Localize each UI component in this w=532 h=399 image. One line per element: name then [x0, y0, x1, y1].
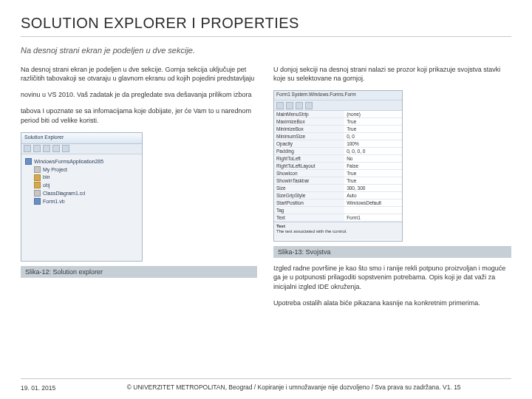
toolbar-icon: [43, 145, 50, 152]
columns: Na desnoj strani ekran je podeljen u dve…: [21, 65, 511, 315]
prop-key: MainMenuStrip: [274, 111, 344, 118]
folder-icon: [34, 182, 41, 188]
tree-item-label: bin: [43, 174, 50, 181]
right-paragraph-3: Upotreba ostalih alata biće pikazana kas…: [273, 299, 511, 307]
toolbar-icon: [52, 145, 60, 152]
tree-item-label: My Project: [43, 166, 67, 174]
properties-footer: Text The text associated with the contro…: [274, 222, 402, 239]
tree-root-label: WindowsFormsApplication285: [34, 158, 103, 166]
figure-caption-right: Slika-13: Svojstva: [273, 246, 511, 258]
folder-icon: [34, 174, 41, 181]
settings-icon: [34, 166, 41, 173]
footer-date: 19. 01. 2015: [21, 383, 55, 392]
toolbar-icon: [305, 102, 313, 109]
page-title: SOLUTION EXPLORER I PROPERTIES: [21, 15, 511, 32]
toolbar-icon: [62, 145, 69, 152]
title-rule: [21, 36, 511, 37]
tree-item: obj: [34, 182, 138, 189]
left-paragraph-1: Na desnoj strani ekran je podeljen u dve…: [21, 65, 257, 83]
figure-titlebar: Solution Explorer: [21, 133, 142, 144]
figure-caption-left: Slika-12: Solution explorer: [21, 266, 257, 278]
prop-key: ShowInTaskbar: [274, 177, 344, 185]
project-icon: [25, 158, 32, 165]
prop-val: True: [344, 126, 402, 133]
prop-val: No: [344, 155, 402, 163]
prop-footer-title: Text: [276, 224, 285, 228]
prop-key: MinimumSize: [274, 133, 344, 140]
prop-key: Opacity: [274, 140, 344, 148]
figure-solution-explorer: Solution Explorer WindowsFormsApplicatio…: [21, 132, 143, 262]
toolbar-icon: [33, 145, 41, 152]
prop-val: 300, 300: [344, 185, 402, 192]
prop-key: Text: [274, 214, 344, 222]
figure-properties: Form1 System.Windows.Forms.Form MainMenu…: [273, 90, 403, 242]
prop-key: MaximizeBox: [274, 118, 344, 126]
intro-text: Na desnoj strani ekran je podeljen u dve…: [21, 46, 511, 55]
properties-grid: MainMenuStrip(none) MaximizeBoxTrue Mini…: [274, 111, 402, 222]
tree-item: My Project: [34, 166, 138, 174]
prop-key: SizeGripStyle: [274, 192, 344, 200]
tree-item-label: obj: [43, 182, 50, 189]
prop-key: StartPosition: [274, 200, 344, 207]
prop-key: RightToLeft: [274, 155, 344, 163]
prop-val: False: [344, 163, 402, 170]
tree-item-label: ClassDiagram1.cd: [43, 190, 85, 197]
page-footer: 19. 01. 2015 © UNIVERZITET METROPOLITAN,…: [0, 374, 532, 399]
form-icon: [34, 198, 41, 205]
prop-val: True: [344, 177, 402, 185]
prop-footer-desc: The text associated with the control.: [276, 229, 347, 233]
toolbar-icon: [24, 145, 31, 152]
column-left: Na desnoj strani ekran je podeljen u dve…: [21, 65, 257, 315]
prop-key: RightToLeftLayout: [274, 163, 344, 170]
footer-row: 19. 01. 2015 © UNIVERZITET METROPOLITAN,…: [21, 383, 511, 392]
toolbar-icon: [286, 102, 293, 109]
prop-val: Form1: [344, 214, 402, 222]
prop-val: True: [344, 118, 402, 126]
prop-val: Auto: [344, 192, 402, 200]
prop-key: MinimizeBox: [274, 126, 344, 133]
prop-val: 0, 0: [344, 133, 402, 140]
left-paragraph-3: tabova I upoznate se sa infomacijama koj…: [21, 106, 257, 124]
footer-rule: [21, 378, 511, 379]
tree-item: bin: [34, 174, 138, 181]
footer-copyright: © UNIVERZITET METROPOLITAN, Beograd / Ko…: [76, 383, 511, 392]
left-paragraph-2: novinu u VS 2010. Vaš zadatak je da preg…: [21, 90, 257, 99]
prop-key: Size: [274, 185, 344, 192]
prop-key: Padding: [274, 148, 344, 155]
prop-key: ShowIcon: [274, 170, 344, 177]
toolbar-icon: [296, 102, 303, 109]
prop-key: Tag: [274, 207, 344, 214]
prop-val: WindowsDefault: [344, 200, 402, 207]
toolbar-icon: [276, 102, 284, 109]
prop-val: 100%: [344, 140, 402, 148]
tree-item: Form1.vb: [34, 198, 138, 205]
prop-val: [344, 207, 402, 214]
properties-toolbar: [274, 100, 402, 111]
right-paragraph-1: U donjoj sekciji na desnoj strani nalazi…: [273, 65, 511, 83]
figure-toolbar: [21, 144, 142, 154]
column-right: U donjoj sekciji na desnoj strani nalazi…: [273, 65, 511, 315]
file-icon: [34, 190, 41, 197]
tree-item: ClassDiagram1.cd: [34, 190, 138, 197]
tree-root: WindowsFormsApplication285: [25, 158, 138, 166]
prop-val: (none): [344, 111, 402, 118]
page: SOLUTION EXPLORER I PROPERTIES Na desnoj…: [0, 0, 532, 315]
properties-header: Form1 System.Windows.Forms.Form: [274, 91, 402, 100]
prop-val: True: [344, 170, 402, 177]
tree-item-label: Form1.vb: [43, 198, 65, 205]
prop-val: 0, 0, 0, 0: [344, 148, 402, 155]
figure-body: WindowsFormsApplication285 My Project bi…: [21, 154, 142, 209]
right-paragraph-2: Izgled radne površine je kao što smo i r…: [273, 264, 511, 290]
